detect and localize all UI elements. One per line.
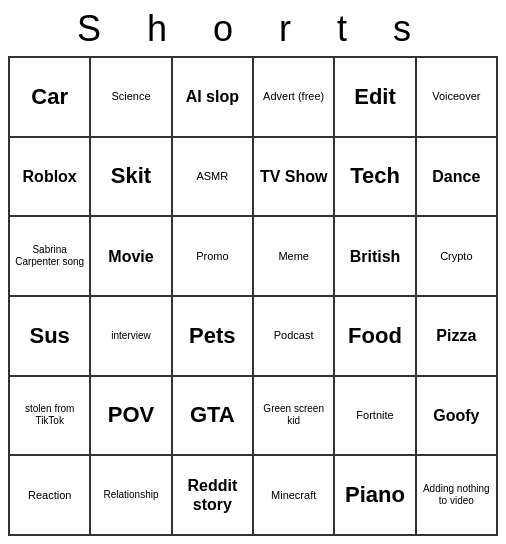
bingo-cell-23: Pizza — [417, 297, 498, 377]
bingo-cell-6: Roblox — [10, 138, 91, 218]
bingo-cell-35: Adding nothing to video — [417, 456, 498, 536]
bingo-cell-18: Sus — [10, 297, 91, 377]
bingo-cell-32: Reddit story — [173, 456, 254, 536]
bingo-cell-17: Crypto — [417, 217, 498, 297]
bingo-grid: CarScienceAI slopAdvert (free)EditVoiceo… — [8, 56, 498, 536]
bingo-cell-22: Food — [335, 297, 416, 377]
bingo-cell-1: Science — [91, 58, 172, 138]
bingo-cell-7: Skit — [91, 138, 172, 218]
bingo-cell-5: Voiceover — [417, 58, 498, 138]
bingo-cell-19: interview — [91, 297, 172, 377]
bingo-cell-2: AI slop — [173, 58, 254, 138]
bingo-cell-20: Pets — [173, 297, 254, 377]
page-title: S h o r t s — [8, 8, 498, 50]
bingo-cell-13: Movie — [91, 217, 172, 297]
bingo-cell-15: Meme — [254, 217, 335, 297]
bingo-cell-25: POV — [91, 377, 172, 457]
bingo-cell-33: Minecraft — [254, 456, 335, 536]
bingo-cell-30: Reaction — [10, 456, 91, 536]
bingo-cell-31: Relationship — [91, 456, 172, 536]
bingo-cell-29: Goofy — [417, 377, 498, 457]
bingo-cell-28: Fortnite — [335, 377, 416, 457]
bingo-cell-24: stolen from TikTok — [10, 377, 91, 457]
bingo-cell-0: Car — [10, 58, 91, 138]
bingo-cell-4: Edit — [335, 58, 416, 138]
bingo-cell-21: Podcast — [254, 297, 335, 377]
bingo-cell-9: TV Show — [254, 138, 335, 218]
bingo-cell-12: Sabrina Carpenter song — [10, 217, 91, 297]
bingo-cell-10: Tech — [335, 138, 416, 218]
bingo-cell-11: Dance — [417, 138, 498, 218]
bingo-cell-27: Green screen kid — [254, 377, 335, 457]
bingo-cell-26: GTA — [173, 377, 254, 457]
bingo-cell-3: Advert (free) — [254, 58, 335, 138]
bingo-cell-8: ASMR — [173, 138, 254, 218]
bingo-cell-16: British — [335, 217, 416, 297]
bingo-cell-34: Piano — [335, 456, 416, 536]
bingo-cell-14: Promo — [173, 217, 254, 297]
